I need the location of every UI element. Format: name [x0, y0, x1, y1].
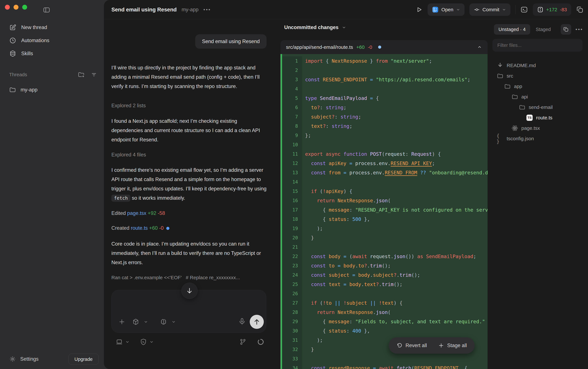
terminal-icon[interactable] — [520, 6, 528, 13]
tree-item-label: send-email — [529, 104, 553, 110]
stage-all-button[interactable]: Stage all — [437, 342, 468, 349]
staged-tab[interactable]: Staged — [536, 27, 551, 32]
line-number: 30 — [282, 326, 302, 336]
tree-item-route-ts[interactable]: TSroute.ts — [487, 113, 588, 123]
skills-icon — [9, 50, 16, 57]
app-window: New thread Automations Skills Threads my… — [0, 0, 588, 369]
code-line: 10 — [282, 140, 487, 149]
sidebar-item-label: Automations — [21, 38, 49, 43]
tree-item-send-email[interactable]: send-email — [487, 102, 588, 113]
diff-panel-header[interactable]: Uncommitted changes — [284, 24, 346, 30]
line-number: 4 — [282, 84, 302, 93]
ts-icon: TS — [526, 115, 533, 121]
code-lines: 1import { NextResponse } from "next/serv… — [282, 56, 487, 369]
code-diff-body[interactable]: 1import { NextResponse } from "next/serv… — [280, 54, 487, 369]
assistant-paragraph: I confirmed there’s no existing email fl… — [111, 165, 267, 203]
code-line: 2 — [282, 66, 487, 75]
diff-file-header[interactable]: src/app/api/send-email/route.ts +60 -0 — [280, 40, 487, 54]
open-button[interactable]: Open — [428, 3, 464, 16]
code-line: 23 const to = body.to?.trim(); — [282, 261, 487, 270]
tree-item-label: api — [521, 94, 528, 100]
code-line: 33 — [282, 354, 487, 363]
assistant-paragraph: I found a Next.js app scaffold; next I’m… — [111, 116, 267, 144]
tree-item-api[interactable]: api — [487, 92, 588, 102]
file-link[interactable]: page.tsx — [127, 210, 146, 216]
line-number: 8 — [282, 122, 302, 131]
settings-button[interactable]: Settings — [9, 353, 39, 365]
model-cube-icon[interactable] — [132, 318, 139, 325]
send-button[interactable] — [250, 315, 264, 329]
commit-button[interactable]: Commit — [469, 3, 510, 16]
tree-item-tsconfig-json[interactable]: { }tsconfig.json — [487, 133, 588, 144]
chevron-down-icon[interactable] — [125, 340, 130, 344]
environment-icon[interactable] — [116, 338, 123, 346]
file-view-toggle-button[interactable] — [561, 24, 571, 35]
new-thread-icon — [9, 24, 16, 31]
attach-icon[interactable] — [118, 318, 125, 325]
lines-removed: -83 — [560, 7, 567, 12]
code-line: 27 if (!to || !subject || !text) { — [282, 298, 487, 308]
main-panel: Send email using Resend my-app ••• Open … — [104, 0, 588, 369]
folder-icon — [9, 86, 16, 93]
filter-threads-icon[interactable] — [91, 71, 97, 78]
tree-item-page-tsx[interactable]: page.tsx — [487, 123, 588, 133]
unsaved-dot — [166, 227, 169, 230]
sidebar-item-automations[interactable]: Automations — [0, 34, 104, 47]
code-line: 18 { status: 500 }, — [282, 215, 487, 224]
close-window-button[interactable] — [5, 5, 10, 10]
upgrade-button[interactable]: Upgrade — [68, 354, 99, 365]
chevron-down-icon[interactable] — [171, 319, 176, 324]
code-line: 12 const apiKey = process.env.RESEND_API… — [282, 159, 487, 168]
folder-icon — [519, 104, 526, 111]
diff-stats-button[interactable]: +172 -83 — [533, 3, 571, 16]
thread-item-my-app[interactable]: my-app — [0, 84, 104, 96]
sidebar-item-skills[interactable]: Skills — [0, 47, 104, 60]
tree-item-readme-md[interactable]: README.md — [487, 60, 588, 71]
composer-footer-row — [111, 337, 266, 347]
diff-header-label: Uncommitted changes — [284, 24, 339, 30]
unstaged-tab[interactable]: Unstaged · 4 — [494, 24, 530, 35]
code-line: 26 — [282, 289, 487, 298]
line-number: 32 — [282, 345, 302, 354]
tree-item-src[interactable]: src — [487, 71, 588, 81]
chevron-down-icon[interactable] — [149, 340, 154, 344]
permissions-shield-icon[interactable] — [140, 338, 147, 346]
download-icon — [496, 62, 504, 69]
scroll-to-bottom-button[interactable] — [181, 283, 198, 299]
chat-blocks-root: Send email using ResendI’ll wire this up… — [111, 20, 267, 282]
code-line: 5type SendEmailPayload = { — [282, 93, 487, 103]
copy-window-icon[interactable] — [576, 6, 584, 13]
code-line: 4 — [282, 84, 487, 93]
zoom-window-button[interactable] — [22, 5, 27, 10]
git-branch-icon[interactable] — [239, 338, 247, 346]
user-message: Send email using Resend — [195, 34, 267, 49]
sidebar-toggle-icon[interactable] — [43, 6, 50, 14]
revert-all-button[interactable]: Revert all — [395, 342, 428, 349]
braces-icon: { } — [496, 133, 504, 144]
automations-icon — [9, 37, 16, 44]
microphone-icon[interactable] — [238, 318, 246, 325]
tree-item-label: README.md — [507, 63, 536, 68]
line-number: 21 — [282, 243, 302, 252]
line-number: 18 — [282, 215, 302, 224]
collapse-file-icon[interactable] — [477, 45, 482, 50]
thread-more-icon[interactable]: ••• — [203, 7, 211, 12]
file-change-line: Edited page.tsx +92 -58 — [111, 208, 267, 218]
file-link[interactable]: route.ts — [131, 225, 148, 231]
sidebar-item-new-thread[interactable]: New thread — [0, 21, 104, 34]
line-number: 2 — [282, 66, 302, 75]
file-tree-list: README.mdsrcappapisend-emailTSroute.tspa… — [487, 60, 588, 144]
new-folder-icon[interactable] — [78, 71, 85, 78]
code-line: 22 const body = (await request.json()) a… — [282, 252, 487, 261]
reasoning-brain-icon[interactable] — [160, 318, 167, 325]
code-line: 1import { NextResponse } from "next/serv… — [282, 56, 487, 66]
tree-more-icon[interactable]: ••• — [575, 27, 583, 32]
minimize-window-button[interactable] — [14, 5, 19, 10]
code-line: 13 const from = process.env.RESEND_FROM … — [282, 168, 487, 177]
line-number: 27 — [282, 298, 302, 308]
chevron-down-icon[interactable] — [144, 319, 148, 324]
code-line: 17 { message: "RESEND_API_KEY is not con… — [282, 205, 487, 215]
run-icon[interactable] — [415, 6, 423, 13]
filter-files-input[interactable] — [493, 39, 582, 51]
tree-item-app[interactable]: app — [487, 81, 588, 92]
